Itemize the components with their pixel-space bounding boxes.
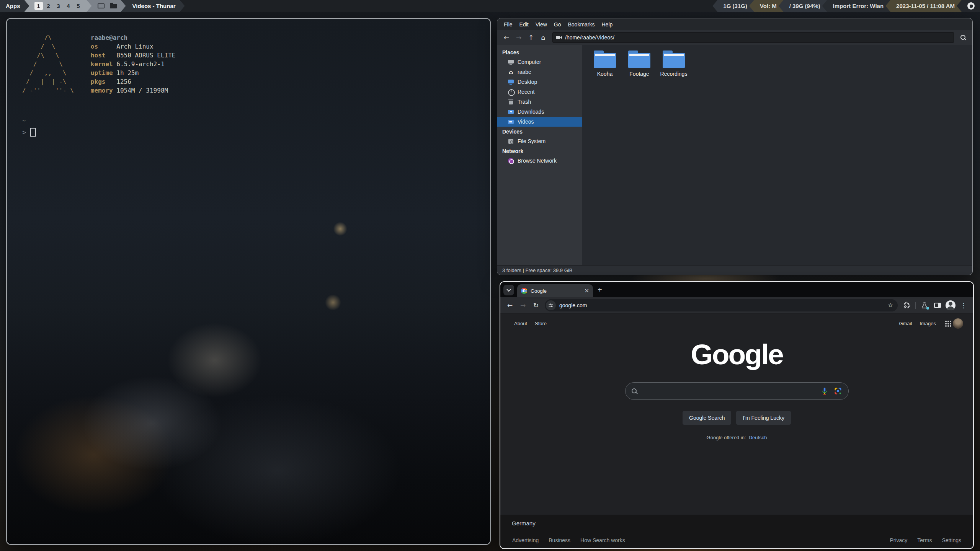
menu-edit[interactable]: Edit xyxy=(516,20,532,29)
profile-avatar-icon xyxy=(946,300,956,310)
sidebar-item-desktop[interactable]: Desktop xyxy=(497,77,582,87)
business-link[interactable]: Business xyxy=(544,537,575,543)
prompt-cwd: ~ xyxy=(22,117,475,124)
folder-item-recordings[interactable]: Recordings xyxy=(657,51,691,77)
google-footer: Germany Advertising Business How Search … xyxy=(500,515,973,548)
google-header: About Store Gmail Images xyxy=(500,313,973,329)
back-button[interactable]: ← xyxy=(500,32,513,43)
menu-go[interactable]: Go xyxy=(550,20,565,29)
language-offer: Google offered in:Deutsch xyxy=(707,435,767,440)
tray-memory-indicator[interactable]: 1G (31G) xyxy=(712,0,754,12)
sidebar-item-filesystem[interactable]: File System xyxy=(497,136,582,146)
workspace-button-1[interactable]: 1 xyxy=(34,2,43,10)
tray-network-indicator[interactable]: Import Error: Wlan xyxy=(822,0,891,12)
tray-disk-indicator[interactable]: / 39G (94%) xyxy=(779,0,827,12)
puzzle-icon xyxy=(903,302,910,309)
google-apps-grid-icon[interactable] xyxy=(945,321,947,322)
top-panel: Apps 1 2 3 4 5 Videos - Thunar 1G (31G) … xyxy=(0,0,980,12)
sidebar-item-recent[interactable]: Recent xyxy=(497,87,582,97)
workspace-button-5[interactable]: 5 xyxy=(74,2,83,10)
voice-search-icon[interactable] xyxy=(820,387,829,395)
menu-help[interactable]: Help xyxy=(598,20,616,29)
notification-dot xyxy=(926,307,929,310)
browser-forward-button[interactable]: → xyxy=(517,300,529,311)
extensions-button[interactable] xyxy=(901,300,912,311)
path-input[interactable] xyxy=(565,34,950,41)
google-search-button[interactable]: Google Search xyxy=(683,411,731,425)
tray-clock[interactable]: 2023-11-05 / 11:08 AM xyxy=(885,0,962,12)
new-tab-button[interactable]: + xyxy=(596,285,604,294)
site-settings-button[interactable] xyxy=(546,300,556,310)
deutsch-link[interactable]: Deutsch xyxy=(749,435,767,440)
sidebar-item-trash[interactable]: Trash xyxy=(497,97,582,107)
fetch-user-host: raabe@arch xyxy=(91,33,176,42)
settings-link[interactable]: Settings xyxy=(937,537,966,543)
side-panel-icon xyxy=(934,303,941,308)
network-header: Network xyxy=(497,146,582,156)
active-window-title: Videos - Thunar xyxy=(121,0,185,12)
terminal-window[interactable]: /\ / \ /\ \ / \ / ,, \ / | | -\ /_-'' ''… xyxy=(6,18,491,545)
forward-button[interactable]: → xyxy=(513,32,525,43)
tab-close-icon[interactable]: ✕ xyxy=(584,287,589,294)
folder-icon xyxy=(663,51,685,68)
address-bar[interactable]: google.com ☆ xyxy=(545,299,898,311)
home-icon xyxy=(508,69,514,75)
browser-back-button[interactable]: ← xyxy=(504,300,516,311)
file-manager-window-icon[interactable] xyxy=(110,4,117,8)
google-search-input[interactable] xyxy=(642,383,815,399)
side-panel-button[interactable] xyxy=(932,300,943,311)
experiments-button[interactable] xyxy=(919,300,930,311)
tab-title: Google xyxy=(531,288,547,294)
search-button[interactable] xyxy=(957,32,969,43)
apps-menu-button[interactable]: Apps xyxy=(0,0,29,12)
privacy-link[interactable]: Privacy xyxy=(885,537,912,543)
stop-record-icon xyxy=(967,2,975,10)
tab-google[interactable]: Google ✕ xyxy=(517,284,593,297)
tab-search-button[interactable] xyxy=(503,285,514,295)
folder-item-footage[interactable]: Footage xyxy=(622,51,657,77)
path-bar[interactable] xyxy=(552,32,954,43)
workspace-button-3[interactable]: 3 xyxy=(54,2,63,10)
lens-search-icon[interactable] xyxy=(834,387,842,395)
google-search-box[interactable] xyxy=(625,382,849,400)
menu-bookmarks[interactable]: Bookmarks xyxy=(564,20,598,29)
sidebar-item-downloads[interactable]: Downloads xyxy=(497,107,582,117)
sidebar-item-home[interactable]: raabe xyxy=(497,67,582,77)
file-list-view[interactable]: Kooha Footage Recordings xyxy=(582,45,972,265)
images-link[interactable]: Images xyxy=(916,321,940,326)
folder-item-kooha[interactable]: Kooha xyxy=(588,51,622,77)
workspace-button-2[interactable]: 2 xyxy=(44,2,53,10)
google-account-avatar[interactable] xyxy=(953,318,963,329)
apps-menu-label: Apps xyxy=(6,3,20,9)
devices-header: Devices xyxy=(497,127,582,136)
store-link[interactable]: Store xyxy=(531,321,550,326)
sidebar-item-computer[interactable]: Computer xyxy=(497,57,582,67)
google-main: Google Google Sear xyxy=(500,329,973,515)
sidebar-item-videos[interactable]: Videos xyxy=(497,117,582,127)
toolbar-divider xyxy=(915,302,916,309)
about-link[interactable]: About xyxy=(510,321,531,326)
how-search-works-link[interactable]: How Search works xyxy=(575,537,630,543)
menu-file[interactable]: File xyxy=(500,20,516,29)
shell-prompt[interactable]: ~ > xyxy=(22,117,475,137)
tray-record-button[interactable] xyxy=(957,0,980,12)
chrome-menu-button[interactable]: ⋮ xyxy=(958,300,969,311)
reload-button[interactable]: ↻ xyxy=(530,300,542,311)
videos-folder-icon xyxy=(508,119,514,125)
google-favicon xyxy=(521,288,527,294)
terms-link[interactable]: Terms xyxy=(912,537,937,543)
feeling-lucky-button[interactable]: I'm Feeling Lucky xyxy=(736,411,791,425)
gmail-link[interactable]: Gmail xyxy=(895,321,916,326)
advertising-link[interactable]: Advertising xyxy=(507,537,544,543)
bookmark-star-icon[interactable]: ☆ xyxy=(888,302,893,309)
sidebar-item-browse-network[interactable]: Browse Network xyxy=(497,156,582,166)
up-button[interactable]: ↑ xyxy=(525,32,537,43)
workspace-button-4[interactable]: 4 xyxy=(64,2,73,10)
menu-view[interactable]: View xyxy=(532,20,550,29)
terminal-window-icon[interactable] xyxy=(98,3,105,8)
desktop-icon xyxy=(508,79,514,85)
home-button[interactable]: ⌂ xyxy=(537,32,549,43)
tray-volume-indicator[interactable]: Vol: M xyxy=(749,0,784,12)
country-label: Germany xyxy=(500,515,973,532)
profile-button[interactable] xyxy=(945,300,956,311)
